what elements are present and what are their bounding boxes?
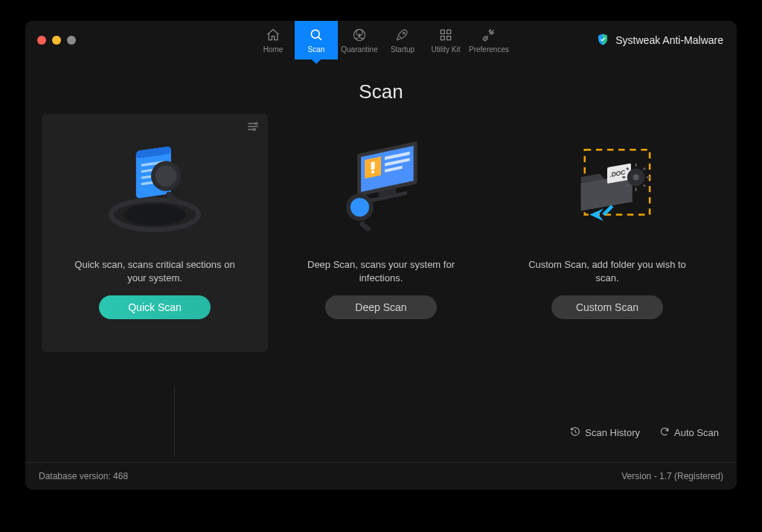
brand: Systweak Anti-Malware [596,33,723,48]
svg-point-32 [350,198,369,217]
footer-actions: Scan History Auto Scan [570,426,719,439]
biohazard-icon [352,28,367,44]
nav-label: Startup [391,45,414,54]
nav-preferences[interactable]: Preferences [467,21,510,60]
nav-utility-kit[interactable]: Utility Kit [424,21,467,60]
custom-scan-illustration: .DOC [545,127,670,252]
app-version: Version - 1.7 (Registered) [621,471,723,481]
svg-rect-5 [447,30,451,33]
brand-name: Systweak Anti-Malware [615,34,723,46]
close-window-button[interactable] [37,36,46,45]
scan-history-link[interactable]: Scan History [570,426,640,439]
zoom-window-button[interactable] [67,36,76,45]
db-version: Database version: 468 [39,471,128,481]
settings-lines-icon [247,121,259,134]
search-icon [309,28,324,44]
refresh-icon [659,426,670,439]
page-title: Scan [25,80,737,103]
card-description: Quick scan, scans critical sections on y… [65,258,244,285]
rocket-icon [395,28,410,44]
scan-cards: Quick scan, scans critical sections on y… [25,114,737,352]
card-description: Deep Scan, scans your system for infecti… [292,258,470,285]
card-description: Custom Scan, add folder you wish to scan… [518,258,697,285]
home-icon [266,28,281,44]
svg-rect-7 [447,36,451,39]
svg-point-3 [403,32,405,34]
svg-rect-24 [371,161,375,170]
main: Scan [25,60,737,490]
nav-label: Scan [308,45,325,54]
app-window: Home Scan Quarantine Startup [25,21,737,490]
svg-point-9 [254,129,256,131]
svg-rect-4 [441,30,444,33]
svg-point-8 [255,123,257,125]
nav-label: Quarantine [341,45,377,54]
nav-label: Preferences [469,45,509,54]
svg-point-11 [124,204,186,225]
shield-icon [596,33,609,48]
nav-label: Home [263,45,284,54]
nav-home[interactable]: Home [252,21,295,60]
card-settings-button[interactable] [247,121,259,135]
titlebar: Home Scan Quarantine Startup [25,21,737,60]
footer-link-label: Scan History [585,427,640,438]
divider [174,387,175,457]
nav-quarantine[interactable]: Quarantine [338,21,381,60]
quick-scan-button[interactable]: Quick Scan [99,295,211,319]
svg-point-2 [359,33,361,36]
quick-scan-card[interactable]: Quick scan, scans critical sections on y… [42,114,268,352]
history-icon [570,426,580,439]
footer-link-label: Auto Scan [674,427,719,438]
svg-point-19 [156,165,177,187]
svg-point-1 [354,29,365,40]
deep-scan-illustration [318,127,444,252]
nav-scan[interactable]: Scan [295,21,338,60]
deep-scan-button[interactable]: Deep Scan [325,295,437,319]
svg-point-38 [633,174,638,180]
custom-scan-card[interactable]: .DOC Custom Scan, add folder you [494,114,720,352]
tools-icon [481,28,496,44]
deep-scan-card[interactable]: Deep Scan, scans your system for infecti… [268,114,494,352]
grid-icon [438,28,453,44]
minimize-window-button[interactable] [52,36,61,45]
custom-scan-button[interactable]: Custom Scan [551,295,663,319]
auto-scan-link[interactable]: Auto Scan [659,426,719,439]
statusbar: Database version: 468 Version - 1.7 (Reg… [25,462,737,490]
nav-label: Utility Kit [432,45,461,54]
quick-scan-illustration [92,127,217,252]
svg-point-0 [311,30,319,38]
svg-rect-6 [441,36,444,39]
main-nav: Home Scan Quarantine Startup [252,21,510,60]
window-controls [37,36,76,45]
svg-rect-33 [359,220,371,232]
nav-startup[interactable]: Startup [381,21,424,60]
